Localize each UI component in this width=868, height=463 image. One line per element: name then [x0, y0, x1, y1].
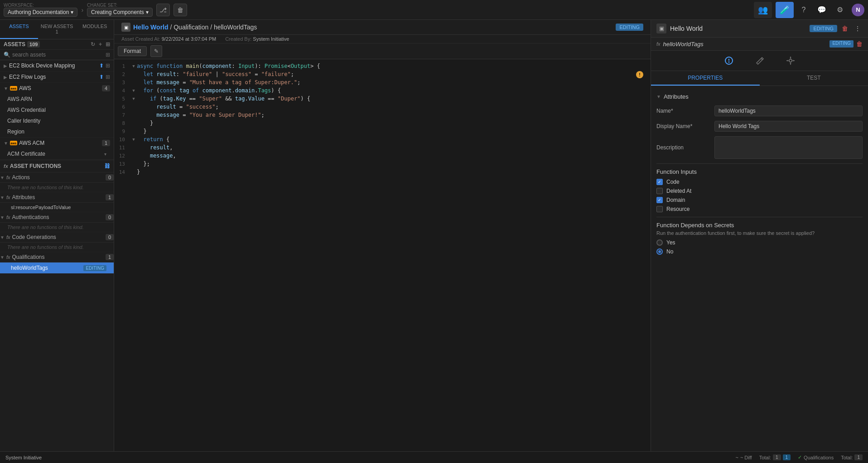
tab-test[interactable]: TEST — [760, 71, 868, 86]
tab-icon-properties[interactable] — [723, 54, 735, 67]
asset-group-header-aws[interactable]: ▼ aws AWS 4 — [0, 83, 114, 94]
fork-button[interactable]: ⎇ — [156, 4, 170, 16]
delete-changeset-button[interactable]: 🗑 — [174, 4, 187, 16]
radio-yes-btn[interactable] — [656, 239, 663, 246]
tab-icon-edit[interactable] — [753, 54, 766, 67]
fold-9 — [130, 128, 137, 129]
add-icon[interactable]: + — [99, 41, 102, 48]
checkmark-icon: ✓ — [658, 198, 661, 202]
edit-icon-button[interactable]: ✎ — [150, 45, 162, 57]
fn-section-attributes-header[interactable]: ▼ fx Attributes 1 — [0, 192, 114, 203]
discord-icon[interactable]: 💬 — [815, 4, 828, 16]
fn-actions-label: Actions — [12, 174, 29, 181]
fold-13 — [130, 161, 137, 162]
fn-section-actions-header[interactable]: ▼ fx Actions 0 — [0, 172, 114, 183]
asset-group-header-ec2-flow[interactable]: ▶ EC2 Flow Logs ⬆ ⊞ — [0, 72, 114, 82]
collapse-icon: ▶ — [4, 75, 7, 80]
sidebar-tab-assets[interactable]: ASSETS — [0, 20, 38, 39]
fn-section-codegen-header[interactable]: ▼ fx Code Generations 0 — [0, 232, 114, 243]
refresh-icon[interactable]: ↻ — [91, 41, 95, 48]
workspace-selector[interactable]: Authoring Documentation ▾ — [4, 8, 77, 17]
line-content-9: } — [137, 128, 651, 134]
statusbar-diff[interactable]: ~ ~ Diff — [735, 455, 752, 460]
fn-section-qual-header[interactable]: ▼ fx Qualifications 1 — [0, 252, 114, 263]
checkbox-code-box[interactable]: ✓ — [656, 179, 663, 185]
tab-properties[interactable]: PROPERTIES — [651, 71, 760, 86]
acm-cert-item[interactable]: ACM Certificate ▾ — [0, 148, 114, 159]
tab-icon-settings[interactable] — [784, 54, 797, 67]
collapse-icon: ▼ — [0, 255, 5, 260]
changeset-selector[interactable]: Creating Components ▾ — [87, 8, 153, 17]
chain-icon[interactable]: ⛓ — [105, 163, 110, 169]
assets-label: ASSETS — [4, 41, 25, 48]
checkbox-code: ✓ Code — [656, 179, 863, 185]
sidebar: ASSETS NEW ASSETS 1 MODULES ASSETS 109 ↻… — [0, 20, 114, 451]
divider-2 — [656, 217, 863, 217]
format-button[interactable]: Format — [118, 46, 147, 56]
collapse-icon: ▼ — [0, 175, 5, 180]
qual-total-count: 1 — [854, 454, 863, 460]
filter-icon[interactable]: ⊞ — [106, 41, 110, 48]
radio-no: No — [656, 248, 863, 255]
fn-qual-item-helloworldtags[interactable]: helloWorldTags EDITING — [0, 263, 114, 273]
help-icon[interactable]: ? — [797, 4, 810, 16]
fold-5[interactable]: ▼ — [130, 95, 137, 101]
checkbox-deleted-at-box[interactable] — [656, 188, 663, 194]
fold-1[interactable]: ▼ — [130, 63, 137, 68]
code-line-6: 6 result = "success"; — [114, 104, 651, 112]
right-panel-more-icon[interactable]: ⋮ — [853, 24, 863, 33]
line-num-11: 11 — [114, 144, 130, 151]
aws-credential-item[interactable]: AWS Credential — [0, 105, 114, 115]
fn-section-auth: ▼ fx Authentications 0 There are no func… — [0, 212, 114, 232]
attributes-section-label: Attributes — [664, 93, 689, 100]
description-label: Description — [656, 144, 711, 151]
fn-delete-button[interactable]: 🗑 — [856, 40, 863, 48]
meta-created-by: Created By: System Initiative — [225, 36, 289, 42]
aws-count: 4 — [102, 85, 110, 91]
code-area: ▣ Hello World / Qualification / helloWor… — [114, 20, 651, 451]
attributes-section-header[interactable]: ▼ Attributes — [656, 91, 863, 102]
fn-codegen-count: 0 — [106, 234, 114, 240]
asset-group-header-aws-acm[interactable]: ▼ aws AWS ACM 1 — [0, 138, 114, 148]
caller-identity-item[interactable]: Caller Identity — [0, 115, 114, 126]
lab-module-button[interactable]: 🧪 — [776, 2, 794, 18]
name-field-row: Name* — [656, 105, 863, 116]
workspace-label: WORKSPACE: — [4, 3, 77, 8]
meta-bar: Asset Created At: 9/22/2024 at 3:07:04 P… — [114, 35, 651, 43]
fn-section-auth-header[interactable]: ▼ fx Authentications 0 — [0, 212, 114, 223]
display-name-input[interactable] — [714, 121, 863, 132]
description-input[interactable] — [714, 136, 863, 159]
name-input[interactable] — [714, 105, 863, 116]
region-item[interactable]: Region — [0, 126, 114, 137]
fold-4[interactable]: ▼ — [130, 87, 137, 93]
code-line-10: 10 ▼ return { — [114, 136, 651, 144]
search-input[interactable] — [12, 52, 104, 58]
aws-arn-item[interactable]: AWS ARN — [0, 94, 114, 105]
asset-functions-header: fx ASSET FUNCTIONS ⛓ — [0, 160, 114, 172]
checkbox-domain-box[interactable]: ✓ — [656, 197, 663, 203]
checkbox-resource-box[interactable] — [656, 206, 663, 212]
line-num-6: 6 — [114, 104, 130, 110]
users-module-button[interactable]: 👥 — [754, 2, 772, 18]
filter-search-icon[interactable]: ⊞ — [106, 52, 110, 58]
sidebar-tab-modules[interactable]: MODULES — [76, 20, 114, 39]
statusbar-qual-total: Total: 1 — [841, 454, 863, 460]
right-panel-delete-icon[interactable]: 🗑 — [840, 24, 850, 33]
fn-attributes-item[interactable]: sl:resourcePayloadToValue — [0, 203, 114, 212]
fn-actions-count: 0 — [106, 174, 114, 181]
settings-icon[interactable]: ⚙ — [834, 4, 846, 16]
radio-no-btn[interactable] — [656, 248, 663, 255]
checkbox-domain-label: Domain — [666, 197, 685, 203]
line-num-5: 5 — [114, 95, 130, 102]
code-line-5: 5 ▼ if (tag.Key == "Super" && tag.Value … — [114, 95, 651, 104]
checkbox-resource: Resource — [656, 206, 863, 212]
code-editor[interactable]: ! 1 ▼ async function main(component: Inp… — [114, 59, 651, 451]
sidebar-tab-new-assets[interactable]: NEW ASSETS 1 — [38, 20, 76, 39]
asset-group-header-ec2-block[interactable]: ▶ EC2 Block Device Mapping ⬆ ⊞ — [0, 60, 114, 71]
statusbar-qualifications[interactable]: ✓ Qualifications — [798, 454, 834, 460]
fold-3 — [130, 79, 137, 80]
fold-10[interactable]: ▼ — [130, 136, 137, 142]
asset-functions-label: ASSET FUNCTIONS — [10, 163, 61, 169]
svg-point-2 — [728, 62, 729, 63]
avatar[interactable]: N — [852, 4, 864, 16]
